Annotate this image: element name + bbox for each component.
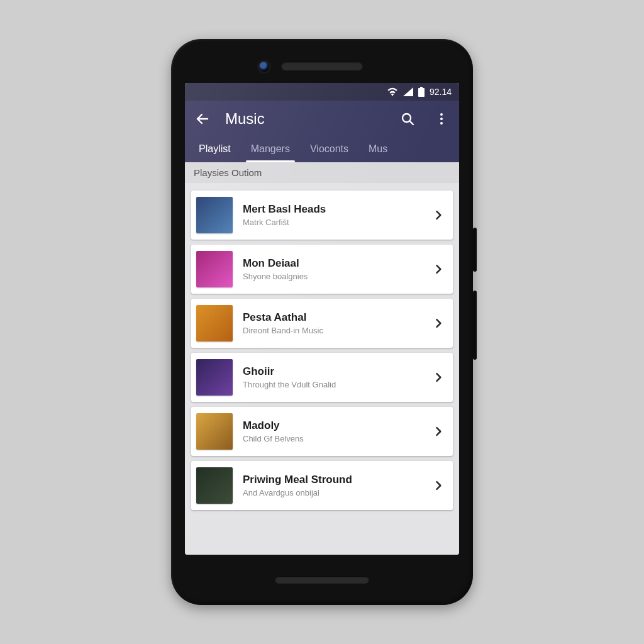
svg-point-5	[440, 122, 443, 125]
list-item-text: Ghoiir Throught the Vdult Gnalid	[233, 365, 430, 389]
list-item-title: Ghoiir	[243, 365, 430, 378]
list-item[interactable]: Mert Basl Heads Matrk Carfišt	[191, 191, 453, 240]
app-title: Music	[225, 110, 385, 128]
list-item-subtitle: Child Gf Belvens	[243, 434, 430, 443]
phone-camera	[259, 62, 269, 72]
tab-mangers[interactable]: Mangers	[241, 137, 300, 162]
tab-label: Playlist	[199, 143, 231, 154]
playlist-list[interactable]: Mert Basl Heads Matrk Carfišt Mon Deiaal…	[185, 183, 459, 555]
svg-point-3	[440, 113, 443, 116]
phone-frame: 92.14 Music Playlist	[171, 39, 473, 605]
album-art	[196, 467, 233, 504]
list-item[interactable]: Priwing Meal Stround And Avardgus onbija…	[191, 461, 453, 510]
screen: 92.14 Music Playlist	[185, 83, 459, 555]
phone-bottom-speaker	[275, 576, 369, 584]
list-item-text: Mon Deiaal Shyone boalgnies	[233, 257, 430, 281]
phone-earpiece	[281, 62, 363, 70]
list-item[interactable]: Ghoiir Throught the Vdult Gnalid	[191, 353, 453, 402]
tab-vioconts[interactable]: Vioconts	[300, 137, 358, 162]
list-item[interactable]: Pesta Aathal Direont Band-in Music	[191, 299, 453, 348]
album-art	[196, 251, 233, 287]
list-item-subtitle: Direont Band-in Music	[243, 326, 430, 335]
app-bar: Music Playlist Mangers Vioconts	[185, 101, 459, 162]
tab-mus[interactable]: Mus	[358, 137, 397, 162]
chevron-right-icon	[430, 371, 447, 384]
tab-playlist[interactable]: Playlist	[189, 137, 241, 162]
svg-point-4	[440, 118, 443, 120]
list-item-title: Pesta Aathal	[243, 311, 430, 324]
list-item-subtitle: Matrk Carfišt	[243, 218, 430, 227]
album-art	[196, 197, 233, 233]
section-header: Playsies Outiom	[185, 162, 459, 183]
chevron-right-icon	[430, 425, 447, 438]
wifi-icon	[387, 87, 398, 96]
svg-line-2	[409, 121, 413, 125]
list-item-title: Madoly	[243, 419, 430, 432]
status-bar: 92.14	[185, 83, 459, 101]
chevron-right-icon	[430, 479, 447, 492]
battery-icon	[418, 87, 425, 97]
album-art	[196, 359, 233, 396]
list-item-text: Mert Basl Heads Matrk Carfišt	[233, 203, 430, 227]
list-item-text: Madoly Child Gf Belvens	[233, 419, 430, 443]
chevron-right-icon	[430, 317, 447, 330]
overflow-menu-button[interactable]	[430, 108, 453, 130]
chevron-right-icon	[430, 209, 447, 221]
album-art	[196, 305, 233, 341]
list-item[interactable]: Madoly Child Gf Belvens	[191, 407, 453, 456]
phone-side-button	[473, 291, 477, 360]
list-item-subtitle: And Avardgus onbijal	[243, 488, 430, 497]
list-item-subtitle: Throught the Vdult Gnalid	[243, 380, 430, 389]
search-icon	[400, 111, 415, 126]
more-vert-icon	[434, 111, 449, 126]
list-item-title: Mert Basl Heads	[243, 203, 430, 216]
tab-bar: Playlist Mangers Vioconts Mus	[185, 137, 459, 162]
cell-signal-icon	[403, 87, 413, 96]
back-button[interactable]	[191, 108, 214, 130]
phone-side-button	[473, 228, 477, 272]
status-time: 92.14	[430, 87, 452, 97]
chevron-right-icon	[430, 263, 447, 275]
album-art	[196, 413, 233, 450]
list-item-text: Priwing Meal Stround And Avardgus onbija…	[233, 474, 430, 497]
tab-label: Vioconts	[310, 143, 348, 154]
back-arrow-icon	[195, 111, 210, 126]
search-button[interactable]	[396, 108, 419, 130]
list-item[interactable]: Mon Deiaal Shyone boalgnies	[191, 245, 453, 294]
list-item-text: Pesta Aathal Direont Band-in Music	[233, 311, 430, 335]
list-item-title: Mon Deiaal	[243, 257, 430, 270]
tab-label: Mangers	[251, 143, 290, 154]
list-item-title: Priwing Meal Stround	[243, 474, 430, 486]
list-item-subtitle: Shyone boalgnies	[243, 272, 430, 281]
tab-label: Mus	[369, 143, 387, 154]
